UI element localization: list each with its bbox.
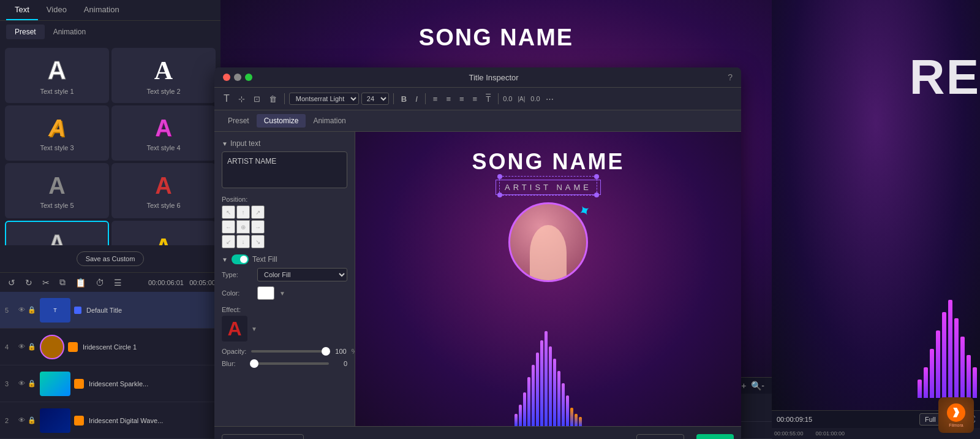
color-swatch[interactable] (257, 286, 274, 300)
handle-tr[interactable] (594, 174, 599, 179)
tab-video[interactable]: Video (38, 0, 75, 20)
timer-button[interactable]: ⏱ (92, 276, 107, 289)
lock-icon[interactable]: 🔒 (28, 306, 36, 314)
lock-icon[interactable]: 🔒 (28, 416, 36, 424)
eye-icon[interactable]: 👁 (18, 343, 25, 351)
eye-icon[interactable]: 👁 (18, 416, 25, 424)
modal-toolbar: T ⊹ ⊡ 🗑 Montserrat Light Roboto Medium A… (214, 88, 741, 110)
overline-button[interactable]: T (483, 93, 494, 105)
layer-badge (74, 416, 84, 426)
text-style-6[interactable]: A Text style 6 (111, 163, 216, 218)
more-options-button[interactable]: ⋯ (543, 93, 557, 105)
layer-num: 2 (5, 417, 15, 424)
blur-slider[interactable] (250, 362, 329, 365)
font-size-select[interactable]: 24 18 36 48 72 80 (361, 93, 389, 105)
text-style-yellow[interactable]: A (111, 221, 216, 245)
text-style-3[interactable]: A Text style 3 (5, 105, 109, 161)
align-left-button[interactable]: ≡ (430, 93, 441, 105)
help-icon[interactable]: ? (728, 72, 733, 82)
preset-tab-preset[interactable]: Preset (6, 25, 45, 39)
transform-tool-button[interactable]: ⊡ (251, 93, 263, 105)
tab-text[interactable]: Text (6, 0, 38, 20)
left-panel: Text Video Animation Preset Animation A … (0, 0, 221, 439)
lock-icon[interactable]: 🔒 (28, 343, 36, 351)
layer-item-5[interactable]: 5 👁 🔒 T Default Title (0, 292, 221, 329)
undo-button[interactable]: ↺ (5, 276, 18, 289)
eye-icon[interactable]: 👁 (18, 380, 25, 387)
toggle-knob (240, 256, 247, 263)
copy-button[interactable]: ⧉ (56, 275, 69, 289)
tab-animation[interactable]: Animation (75, 0, 128, 20)
text-style-0[interactable]: A Text Style 0 (5, 221, 109, 245)
text-style-2[interactable]: A Text style 2 (111, 48, 216, 103)
save-as-custom-modal-button[interactable]: Save as Custom (222, 434, 304, 439)
pos-middle-left[interactable]: ← (222, 220, 235, 234)
font-select[interactable]: Montserrat Light Roboto Medium Arial (289, 93, 359, 105)
pos-bottom-left[interactable]: ↙ (222, 235, 235, 248)
text-fill-toggle[interactable] (232, 254, 249, 264)
pos-center[interactable]: ⊕ (236, 220, 250, 234)
layer-item-2[interactable]: 2 👁 🔒 Iridescent Digital Wave... (0, 402, 221, 439)
type-select[interactable]: Color Fill Gradient Fill (257, 268, 347, 281)
cut-button[interactable]: ✂ (39, 276, 53, 289)
layer-icons: 👁 🔒 (18, 416, 36, 424)
handle-tl[interactable] (497, 174, 502, 179)
effect-letter-button[interactable]: A (222, 316, 247, 342)
eye-icon[interactable]: 👁 (18, 306, 25, 314)
toolbar-divider (425, 93, 426, 104)
opacity-slider[interactable] (251, 350, 330, 353)
text-tool-button[interactable]: T (221, 91, 233, 106)
modal-tab-customize[interactable]: Customize (257, 114, 306, 128)
close-dot[interactable] (223, 74, 230, 81)
save-as-custom-button[interactable]: Save as Custom (77, 251, 145, 266)
text-style-1[interactable]: A Text style 1 (5, 48, 109, 103)
modal-tab-preset[interactable]: Preset (221, 114, 257, 128)
layer-item-4[interactable]: 4 👁 🔒 Iridescent Circle 1 (0, 329, 221, 365)
layer-thumbnail (40, 372, 70, 396)
preview-song-name: SONG NAME (472, 149, 624, 175)
input-text-field[interactable]: ARTIST NAME (222, 151, 347, 188)
line-spacing-label: 0.0 (530, 95, 540, 102)
pos-middle-right[interactable]: → (251, 220, 265, 234)
minimize-dot[interactable] (234, 74, 241, 81)
style-label: Text style 5 (40, 202, 74, 209)
paste-button[interactable]: 📋 (72, 276, 89, 289)
align-right-button[interactable]: ≡ (456, 93, 467, 105)
letter-spacing-label: 0.0 (503, 95, 512, 102)
toolbar-divider (498, 93, 499, 104)
modal-window-controls (223, 74, 252, 81)
bold-button[interactable]: B (398, 93, 410, 105)
italic-button[interactable]: I (412, 93, 421, 105)
right-timer: 00:00:09:15 (777, 416, 812, 423)
maximize-dot[interactable] (245, 74, 252, 81)
pos-top-center[interactable]: ↑ (236, 205, 250, 219)
style-letter: A (48, 115, 65, 142)
delete-tool-button[interactable]: 🗑 (266, 93, 280, 105)
input-text-section-header[interactable]: ▼ Input text (222, 139, 347, 148)
reset-button[interactable]: Reset (636, 434, 684, 439)
layer-icons: 👁 🔒 (18, 306, 36, 314)
ok-button[interactable]: OK (696, 434, 734, 439)
crop-tool-button[interactable]: ⊹ (235, 93, 248, 105)
preview-artist-name[interactable]: ARTIST NAME (496, 180, 601, 195)
pos-top-right[interactable]: ↗ (251, 205, 265, 219)
lock-icon[interactable]: 🔒 (28, 380, 36, 387)
style-label: Text style 3 (40, 144, 74, 151)
style-letter: A (154, 56, 173, 85)
list-button[interactable]: ☰ (111, 276, 125, 289)
pos-top-left[interactable]: ↖ (222, 205, 235, 219)
preset-tab-animation[interactable]: Animation (45, 25, 94, 39)
redo-button[interactable]: ↻ (22, 276, 36, 289)
pos-bottom-right[interactable]: ↘ (251, 235, 265, 248)
style-label: Text style 6 (146, 202, 180, 209)
text-style-5[interactable]: A Text style 5 (5, 163, 109, 218)
modal-tab-animation[interactable]: Animation (306, 114, 353, 128)
text-style-4[interactable]: A Text style 4 (111, 105, 216, 161)
align-center-button[interactable]: ≡ (443, 93, 454, 105)
layer-item-3[interactable]: 3 👁 🔒 Iridescent Sparkle... (0, 365, 221, 402)
pos-bottom-center[interactable]: ↓ (236, 235, 250, 248)
justify-button[interactable]: ≡ (470, 93, 481, 105)
zoom-out-button[interactable]: 🔍- (751, 381, 764, 391)
preview-circle (508, 202, 588, 282)
layer-icons: 👁 🔒 (18, 343, 36, 351)
